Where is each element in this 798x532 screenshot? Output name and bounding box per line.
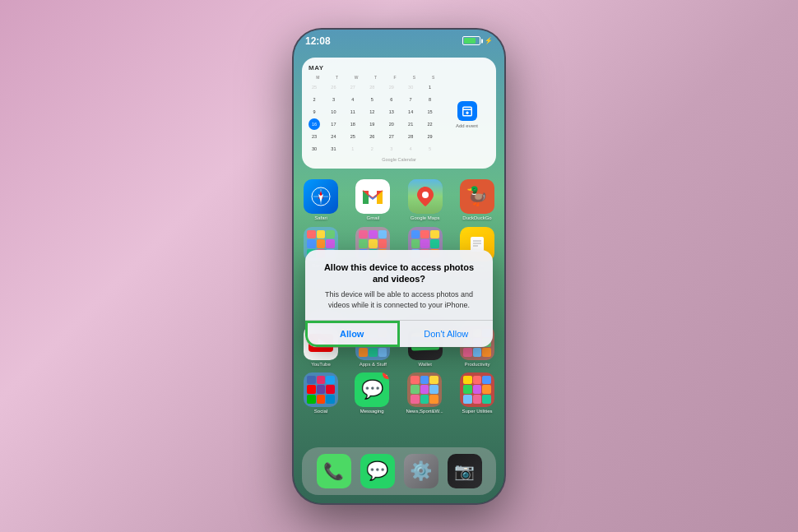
duckduckgo-icon: 🦆: [460, 179, 494, 214]
cal-day: 5: [366, 94, 378, 105]
app-duckduckgo[interactable]: 🦆 DuckDuckGo: [460, 179, 494, 220]
day-label-m: M: [309, 75, 327, 80]
cal-day: 3: [386, 143, 397, 155]
day-label-t2: T: [366, 75, 384, 80]
svg-rect-0: [462, 107, 471, 116]
cal-day: 23: [309, 131, 320, 142]
cal-day: 3: [327, 94, 339, 105]
safari-icon: [304, 179, 338, 214]
dock-settings[interactable]: ⚙️: [404, 454, 438, 488]
news-folder-icon: [407, 372, 442, 407]
dock-phone[interactable]: 📞: [317, 454, 351, 488]
cal-day: 24: [327, 131, 339, 142]
alert-title: Allow this device to access photos and v…: [317, 261, 481, 285]
cal-day: 17: [327, 118, 339, 130]
day-label-f: F: [386, 75, 404, 80]
maps-label: Google Maps: [411, 215, 440, 220]
cal-day-today: 16: [309, 118, 320, 130]
phone-device: 12:08 ⚡ MAY M T W T F S: [292, 28, 506, 505]
calendar-day-headers: M T W T F S S: [309, 75, 443, 80]
cal-day: 25: [309, 81, 320, 93]
cal-day: 14: [405, 106, 416, 118]
cal-day: 28: [366, 81, 378, 93]
productivity-label: Productivity: [464, 362, 489, 367]
cal-day: 30: [309, 143, 320, 155]
cal-day: 13: [386, 106, 397, 118]
settings-dock-icon: ⚙️: [404, 454, 438, 488]
app-super-utilities[interactable]: Super Utilities: [460, 372, 494, 414]
calendar-grid: M T W T F S S 25 26 27 28 29: [309, 75, 489, 155]
cal-day: 5: [425, 143, 436, 155]
cal-day: 29: [425, 131, 436, 142]
day-label-s2: S: [425, 75, 443, 80]
cal-day: 11: [347, 106, 359, 118]
app-news[interactable]: News,Sport&W...: [406, 372, 443, 414]
cal-day: 18: [347, 118, 359, 130]
app-messaging[interactable]: 💬 1 Messaging: [355, 372, 389, 414]
dock-whatsapp[interactable]: 💬: [360, 454, 395, 488]
cal-day: 27: [347, 81, 359, 93]
bolt-icon: ⚡: [485, 37, 493, 44]
cal-day: 1: [347, 143, 359, 155]
cal-day: 7: [405, 94, 416, 105]
apps-row-1: Safari Gmail: [304, 179, 494, 220]
app-maps[interactable]: Google Maps: [408, 179, 443, 220]
allow-button[interactable]: Allow: [305, 321, 400, 347]
cal-day: 2: [366, 143, 378, 155]
calendar-footer: Google Calendar: [309, 157, 489, 162]
cal-day: 20: [386, 118, 397, 130]
dont-allow-button[interactable]: Don't Allow: [400, 321, 494, 347]
cal-day: 2: [309, 94, 320, 105]
wallet-label: Wallet: [418, 362, 431, 367]
cal-day: 8: [425, 94, 436, 105]
cal-day: 12: [366, 106, 378, 118]
super-utilities-icon: [460, 372, 494, 407]
dock-camera[interactable]: 📷: [448, 454, 482, 488]
duckduckgo-label: DuckDuckGo: [462, 215, 491, 220]
alert-dialog: Allow this device to access photos and v…: [305, 250, 493, 348]
calendar-left: M T W T F S S 25 26 27 28 29: [309, 75, 443, 155]
alert-buttons: Allow Don't Allow: [305, 320, 493, 347]
cal-day: 21: [405, 118, 416, 130]
svg-point-12: [422, 192, 429, 198]
calendar-right: Add event: [444, 75, 489, 155]
alert-message: This device will be able to access photo…: [317, 289, 481, 310]
apps-stuff-label: Apps & Stuff: [360, 362, 387, 367]
add-event-label: Add event: [456, 123, 478, 128]
apps-row-4: Social 💬 1 Messaging: [304, 372, 494, 414]
day-label-w: W: [347, 75, 365, 80]
cal-day: 22: [425, 118, 436, 130]
social-folder-icon: [304, 372, 338, 407]
status-time: 12:08: [305, 35, 331, 47]
super-utilities-label: Super Utilities: [462, 409, 492, 414]
app-safari[interactable]: Safari: [304, 179, 338, 220]
cal-day: 1: [425, 81, 436, 93]
calendar-month: MAY: [309, 64, 489, 72]
cal-day: 4: [405, 143, 416, 155]
day-label-s1: S: [405, 75, 423, 80]
app-social[interactable]: Social: [304, 372, 338, 414]
day-label-t1: T: [327, 75, 346, 80]
youtube-label: YouTube: [311, 362, 331, 367]
maps-icon: [408, 179, 443, 214]
cal-day: 6: [386, 94, 397, 105]
safari-label: Safari: [314, 215, 327, 220]
cal-day: 27: [386, 131, 397, 142]
alert-content: Allow this device to access photos and v…: [305, 250, 493, 311]
battery-icon: [462, 36, 480, 45]
gmail-icon: [355, 179, 390, 214]
status-icons: ⚡: [462, 36, 493, 45]
calendar-widget[interactable]: MAY M T W T F S S 25 26: [302, 58, 496, 169]
messaging-icon: 💬 1: [355, 372, 389, 407]
status-bar: 12:08 ⚡: [294, 30, 504, 53]
cal-day: 31: [327, 143, 339, 155]
dock: 📞 💬 ⚙️ 📷: [302, 447, 496, 495]
camera-dock-icon: 📷: [448, 454, 482, 488]
cal-day: 4: [347, 94, 359, 105]
calendar-days: 25 26 27 28 29 30 1 2 3 4 5 6 7: [309, 81, 443, 155]
cal-day: 26: [366, 131, 378, 142]
whatsapp-dock-icon: 💬: [360, 454, 395, 488]
add-event-icon[interactable]: [457, 101, 477, 121]
app-gmail[interactable]: Gmail: [355, 179, 390, 220]
social-label: Social: [314, 409, 327, 414]
